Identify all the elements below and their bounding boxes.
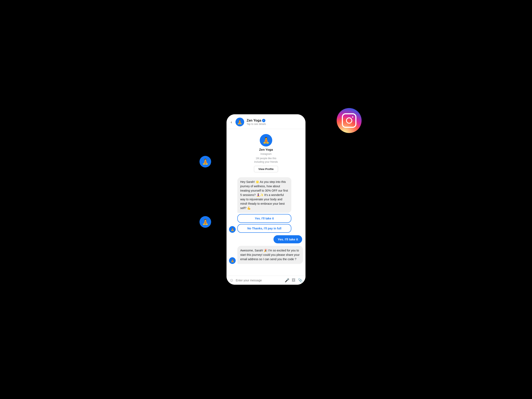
user-reply-row: Yes. I'll take it	[229, 235, 303, 243]
attachment-icon[interactable]: 📎	[298, 278, 303, 283]
bot-message-row: 🧘 Hey Sarah! 🌟 As you step into this jou…	[229, 177, 303, 233]
profile-card: 🧘 Zen Yoga Instagram 1M people like this…	[229, 132, 303, 175]
image-icon[interactable]: 🖼	[292, 278, 296, 282]
scene: 🧘 🧘 ‹ 🧘 Zen Yoga ✓ Tap to see details 🧘	[0, 0, 532, 399]
float-avatar-bottom: 🧘	[200, 216, 211, 228]
header-name-text: Zen Yoga	[247, 119, 261, 122]
profile-card-followers: 1M people like thisincluding your friend…	[254, 157, 278, 164]
input-bar: ☺ 🎤 🖼 📎	[227, 276, 305, 285]
instagram-logo	[337, 108, 361, 133]
header-avatar: 🧘	[235, 118, 244, 126]
profile-card-platform: Instagram	[260, 152, 271, 155]
bot-message-bubble: Hey Sarah! 🌟 As you step into this journ…	[237, 177, 291, 213]
message-input[interactable]	[236, 279, 283, 282]
phone-mockup: ‹ 🧘 Zen Yoga ✓ Tap to see details 🧘 Zen …	[227, 114, 305, 285]
bot-avatar-2: 🧘	[229, 257, 236, 264]
instagram-icon	[342, 113, 356, 128]
user-reply-bubble: Yes. I'll take it	[273, 235, 302, 243]
verified-badge: ✓	[262, 119, 265, 122]
bot-followup-row: 🧘 Awesome, Sarah! 🎉 I'm so excited for y…	[229, 246, 303, 264]
bot-avatar: 🧘	[229, 226, 236, 233]
header-subtitle: Tap to see details	[247, 123, 302, 126]
mic-icon[interactable]: 🎤	[285, 278, 289, 283]
header-info: Zen Yoga ✓ Tap to see details	[247, 119, 302, 126]
chat-header: ‹ 🧘 Zen Yoga ✓ Tap to see details	[227, 114, 305, 129]
bot-bubble-group: Hey Sarah! 🌟 As you step into this journ…	[237, 177, 291, 233]
chat-body: 🧘 Zen Yoga Instagram 1M people like this…	[227, 129, 305, 276]
action-button-yes[interactable]: Yes. I'll take it	[237, 214, 291, 223]
profile-card-name: Zen Yoga	[259, 148, 273, 151]
header-name: Zen Yoga ✓	[247, 119, 302, 122]
profile-card-avatar: 🧘	[260, 134, 272, 146]
emoji-button[interactable]: ☺	[229, 278, 234, 283]
view-profile-button[interactable]: View Profile	[254, 166, 278, 172]
bot-followup-bubble: Awesome, Sarah! 🎉 I'm so excited for you…	[237, 246, 303, 264]
input-icons: 🎤 🖼 📎	[285, 278, 303, 283]
back-button[interactable]: ‹	[230, 119, 233, 125]
float-avatar-top: 🧘	[200, 156, 211, 167]
action-button-no[interactable]: No Thanks, I'll pay in full	[237, 224, 291, 233]
